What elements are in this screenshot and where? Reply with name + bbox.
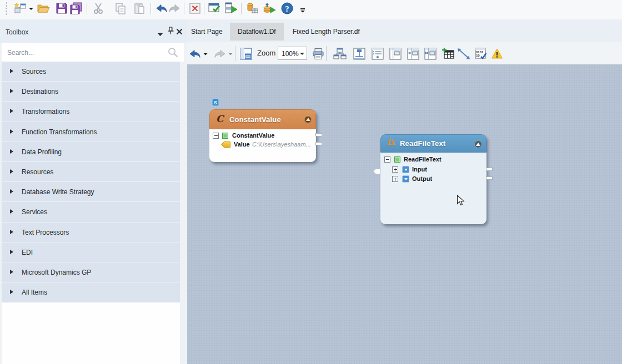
paste-button[interactable] xyxy=(133,2,146,15)
copy-button[interactable] xyxy=(114,2,127,15)
expand-plus-icon[interactable] xyxy=(392,166,398,173)
toolbox-item-microsoft-dynamics-gp[interactable]: Microsoft Dynamics GP xyxy=(2,262,180,282)
toolbox-item-resources[interactable]: Resources xyxy=(2,162,180,182)
new-document-dropdown[interactable] xyxy=(28,2,34,15)
toolbar-separator xyxy=(241,3,242,14)
toolbox-search-input[interactable] xyxy=(6,43,164,63)
output-port[interactable] xyxy=(315,142,322,145)
start-dataflow-button[interactable] xyxy=(224,2,238,15)
open-file-button[interactable] xyxy=(37,2,50,15)
print-button[interactable] xyxy=(312,47,325,60)
tab-start-page[interactable]: Start Page xyxy=(183,23,230,41)
job-schedules-button[interactable] xyxy=(263,2,276,15)
tree-row-output[interactable]: Output xyxy=(380,175,486,184)
expand-all-nodes-button[interactable] xyxy=(424,47,437,60)
validate-records-button[interactable]: 0101 10 xyxy=(474,47,488,60)
verify-dataflow-button[interactable] xyxy=(208,2,221,15)
start-badge: S xyxy=(212,99,219,106)
toolbox-title: Toolbox xyxy=(6,28,28,36)
node-read-file-text[interactable]: fx ReadFileText ReadFileText Input xyxy=(380,134,486,224)
tree-row-input[interactable]: Input xyxy=(380,165,486,174)
collapse-node-button[interactable] xyxy=(304,116,312,123)
save-all-button[interactable] xyxy=(69,2,83,15)
main-toolbar: ? xyxy=(0,0,622,20)
expand-collapse-button[interactable] xyxy=(389,47,402,60)
show-list-button[interactable] xyxy=(371,47,384,60)
tree-row-value[interactable]: Value C:\Users\ayeshaam... xyxy=(209,140,316,149)
output-port[interactable] xyxy=(486,168,493,171)
toolbox-item-function-transformations[interactable]: Function Transformations xyxy=(2,122,180,142)
toolbox-search xyxy=(2,43,184,62)
toolbar-options-button[interactable] xyxy=(299,7,312,20)
expand-arrow-icon xyxy=(10,230,13,234)
save-button[interactable] xyxy=(55,2,68,15)
undo-button[interactable] xyxy=(155,2,168,15)
toolbox-item-label: Sources xyxy=(22,68,46,75)
undo-button[interactable] xyxy=(188,47,202,60)
expand-arrow-icon xyxy=(10,149,13,154)
node-constant-value-header[interactable]: C ConstantValue xyxy=(209,109,316,129)
output-element-icon xyxy=(402,175,409,183)
tab-dataflow1[interactable]: Dataflow1.Df xyxy=(230,23,284,41)
window-position-menu-icon[interactable] xyxy=(157,29,165,37)
help-button[interactable]: ? xyxy=(280,2,294,15)
tab-label: Start Page xyxy=(191,28,223,36)
pin-icon[interactable] xyxy=(167,27,175,34)
toolbox-item-label: EDI xyxy=(22,249,33,256)
redo-button[interactable] xyxy=(168,2,181,15)
svg-text:0101: 0101 xyxy=(476,50,484,54)
chevron-down-icon xyxy=(300,53,304,55)
redo-button[interactable] xyxy=(213,47,227,60)
dataflow-canvas[interactable]: S C ConstantValue ConstantValue Value C:… xyxy=(187,65,622,364)
tab-label: Dataflow1.Df xyxy=(238,28,276,36)
toolbox-item-transformations[interactable]: Transformations xyxy=(2,102,180,122)
collapse-minus-icon[interactable] xyxy=(384,156,390,163)
node-title: ConstantValue xyxy=(229,115,281,124)
redo-dropdown[interactable] xyxy=(228,47,233,60)
toolbox-item-data-profiling[interactable]: Data Profiling xyxy=(2,142,180,162)
output-port[interactable] xyxy=(486,176,493,180)
undo-dropdown[interactable] xyxy=(203,47,208,60)
input-port[interactable] xyxy=(373,166,380,176)
new-document-button[interactable] xyxy=(13,2,27,15)
toolbox-item-destinations[interactable]: Destinations xyxy=(2,82,180,102)
auto-layout-tree-button[interactable] xyxy=(333,47,347,60)
toolbox-item-text-processors[interactable]: Text Processors xyxy=(2,223,180,242)
expand-arrow-icon xyxy=(10,209,13,214)
toolbox-item-label: Destinations xyxy=(22,88,58,95)
collapse-node-button[interactable] xyxy=(474,140,482,148)
zoom-select[interactable]: 100% xyxy=(278,47,307,60)
tree-item-label: ConstantValue xyxy=(232,132,274,139)
toolbar-separator xyxy=(204,3,204,14)
draw-link-button[interactable] xyxy=(457,47,471,60)
preview-window-button[interactable] xyxy=(239,47,253,60)
toolbox-item-services[interactable]: Services xyxy=(2,202,180,222)
node-constant-value[interactable]: C ConstantValue ConstantValue Value C:\U… xyxy=(209,109,316,162)
add-table-button[interactable] xyxy=(442,47,455,60)
tree-row-root[interactable]: ReadFileText xyxy=(380,155,486,164)
toolbox-item-edi[interactable]: EDI xyxy=(2,242,180,262)
toolbar-separator xyxy=(326,46,327,61)
toolbox-scrollbar[interactable] xyxy=(180,62,187,364)
database-browser-button[interactable] xyxy=(246,2,259,15)
toolbox-item-sources[interactable]: Sources xyxy=(2,62,180,82)
tree-row-root[interactable]: ConstantValue xyxy=(209,132,316,140)
output-port[interactable] xyxy=(315,133,322,136)
node-read-file-text-header[interactable]: fx ReadFileText xyxy=(380,134,486,153)
toolbox-item-label: Services xyxy=(22,208,47,216)
tab-fixed-length-parser[interactable]: Fixed Length Parser.df xyxy=(285,23,368,41)
expand-arrow-icon xyxy=(10,290,13,294)
tree-item-label: Output xyxy=(412,175,432,182)
close-icon[interactable] xyxy=(176,27,184,35)
expand-node-button[interactable] xyxy=(407,47,420,60)
delete-button[interactable] xyxy=(188,2,202,15)
expand-plus-icon[interactable] xyxy=(392,176,398,182)
cut-button[interactable] xyxy=(92,2,105,15)
warnings-button[interactable] xyxy=(491,47,503,60)
collapse-minus-icon[interactable] xyxy=(213,133,219,139)
auto-layout-horizontal-button[interactable] xyxy=(353,47,366,60)
toolbox-item-database-write-strategy[interactable]: Database Write Strategy xyxy=(2,182,180,202)
toolbar-grip[interactable] xyxy=(5,2,8,16)
search-icon xyxy=(167,47,178,60)
toolbox-item-all-items[interactable]: All Items xyxy=(2,282,180,302)
